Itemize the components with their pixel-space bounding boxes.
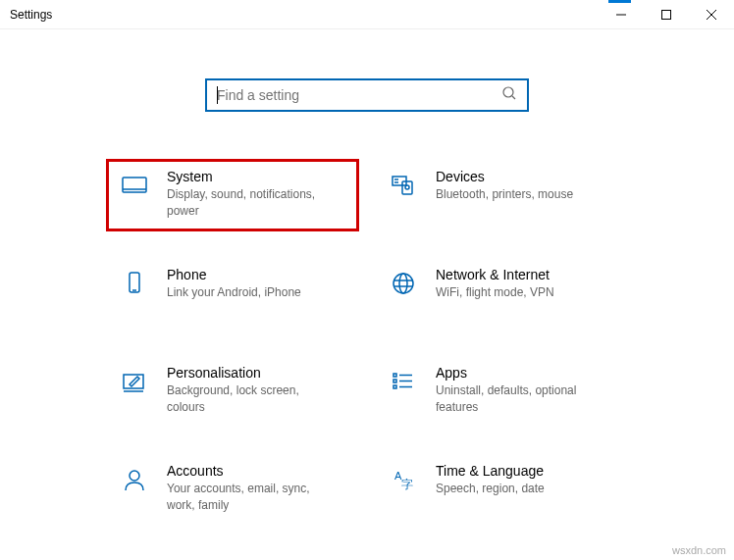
svg-point-15 [393,274,413,293]
tile-title: Accounts [167,463,334,479]
search-input[interactable] [217,87,501,103]
time-language-icon: A字 [387,463,420,496]
apps-icon [387,365,420,398]
maximize-button[interactable] [644,0,689,28]
watermark: wsxdn.com [672,544,726,556]
tile-apps[interactable]: Apps Uninstall, defaults, optional featu… [377,357,626,426]
tile-desc: Speech, region, date [436,481,545,497]
accounts-icon [118,463,151,496]
minimize-button[interactable] [599,0,644,28]
search-box[interactable] [205,78,529,112]
tile-title: Devices [436,169,573,184]
tile-time-language[interactable]: A字 Time & Language Speech, region, date [377,455,626,524]
svg-rect-9 [402,181,412,194]
svg-line-5 [512,96,515,99]
svg-rect-1 [662,10,671,19]
tile-devices[interactable]: Devices Bluetooth, printers, mouse [377,161,626,229]
svg-rect-25 [393,385,396,388]
tile-title: Network & Internet [436,267,554,282]
svg-text:字: 字 [401,478,413,491]
svg-point-27 [130,471,139,481]
devices-icon [387,169,420,202]
titlebar: Settings [0,0,734,29]
tile-desc: Your accounts, email, sync, work, family [167,481,334,514]
tile-phone[interactable]: Phone Link your Android, iPhone [108,259,357,328]
tile-title: Personalisation [167,365,334,381]
tile-system[interactable]: System Display, sound, notifications, po… [108,161,357,229]
svg-rect-13 [130,273,139,292]
svg-point-16 [399,274,407,293]
tile-title: Apps [436,365,603,381]
svg-rect-21 [393,374,396,377]
tile-desc: Bluetooth, printers, mouse [436,186,573,203]
accent-line [608,0,631,3]
close-button[interactable] [689,0,734,28]
svg-rect-23 [393,380,396,382]
window-title: Settings [10,8,52,22]
svg-point-12 [405,185,409,189]
svg-point-4 [503,87,513,97]
tile-title: Time & Language [436,463,545,479]
tile-desc: Background, lock screen, colours [167,382,334,416]
tile-personalisation[interactable]: Personalisation Background, lock screen,… [108,357,357,426]
tile-desc: Display, sound, notifications, power [167,186,334,220]
tile-title: System [167,169,334,184]
tile-network[interactable]: Network & Internet WiFi, flight mode, VP… [377,259,626,328]
tile-desc: Link your Android, iPhone [167,284,301,301]
window-controls [599,0,734,28]
network-icon [387,267,420,300]
system-icon [118,169,151,202]
tile-desc: WiFi, flight mode, VPN [436,284,554,301]
tile-accounts[interactable]: Accounts Your accounts, email, sync, wor… [108,455,357,524]
text-cursor [217,86,218,104]
settings-grid: System Display, sound, notifications, po… [0,112,734,524]
tile-title: Phone [167,267,301,282]
search-icon [501,85,517,105]
phone-icon [118,267,151,300]
tile-desc: Uninstall, defaults, optional features [436,382,603,416]
personalisation-icon [118,365,151,398]
